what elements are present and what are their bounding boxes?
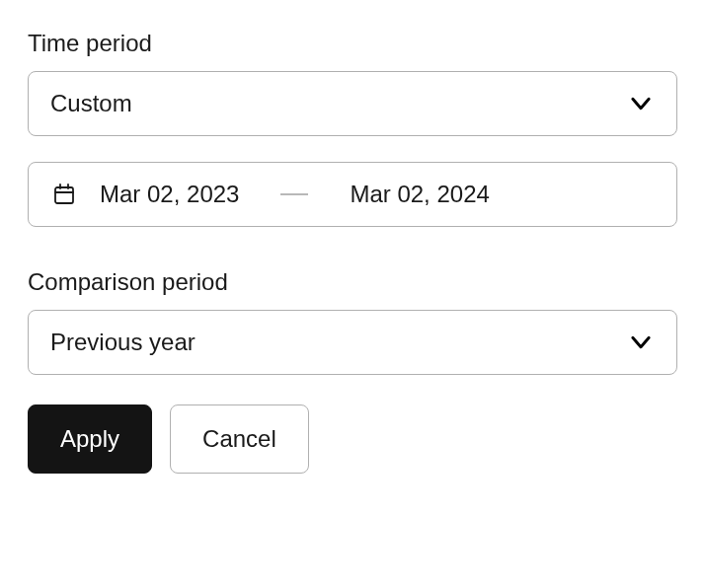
- time-period-label: Time period: [28, 30, 677, 57]
- time-period-value: Custom: [50, 90, 132, 117]
- date-range-separator: [280, 193, 308, 195]
- date-range-end: Mar 02, 2024: [350, 181, 489, 208]
- comparison-period-select[interactable]: Previous year: [28, 310, 677, 375]
- calendar-icon: [52, 183, 76, 206]
- date-range-start: Mar 02, 2023: [100, 181, 239, 208]
- svg-rect-0: [55, 187, 73, 203]
- action-buttons: Apply Cancel: [28, 404, 677, 474]
- apply-button[interactable]: Apply: [28, 404, 152, 474]
- chevron-down-icon: [627, 90, 655, 117]
- chevron-down-icon: [627, 329, 655, 356]
- cancel-button[interactable]: Cancel: [170, 404, 309, 474]
- comparison-period-section: Comparison period Previous year: [28, 268, 677, 375]
- time-period-section: Time period Custom Mar 02, 2023 Mar 02, …: [28, 30, 677, 227]
- date-range-input[interactable]: Mar 02, 2023 Mar 02, 2024: [28, 162, 677, 227]
- comparison-period-value: Previous year: [50, 329, 196, 356]
- comparison-period-label: Comparison period: [28, 268, 677, 296]
- time-period-select[interactable]: Custom: [28, 71, 677, 136]
